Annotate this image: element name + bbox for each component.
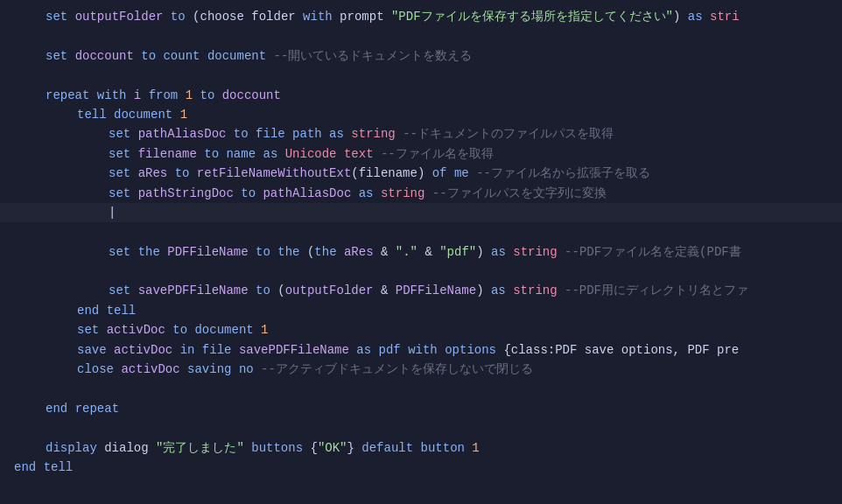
token: as (491, 284, 506, 298)
token: ( (186, 10, 200, 24)
token: --アクティブドキュメントを保存しないで閉じる (261, 362, 533, 376)
code-line: | (0, 203, 842, 222)
token: file (202, 343, 232, 357)
token: as (329, 127, 344, 141)
token (180, 362, 187, 376)
token (200, 49, 207, 63)
token: "PDFファイルを保存する場所を指定してください" (391, 10, 673, 24)
code-line: set aRes to retFileNameWithoutExt(filena… (0, 164, 842, 183)
line-content: end tell (14, 301, 828, 320)
token (67, 402, 74, 416)
token (214, 88, 221, 102)
line-content: set pathAliasDoc to file path as string … (14, 124, 828, 144)
token (249, 127, 256, 141)
code-line: set filename to name as Unicode text --フ… (0, 144, 842, 164)
token (266, 49, 273, 63)
token: set (46, 10, 67, 24)
token: outputFolder (75, 10, 164, 24)
code-editor: set outputFolder to (choose folder with … (0, 0, 842, 504)
token: set (46, 49, 67, 63)
token: to (256, 245, 270, 259)
token: doccount (222, 88, 281, 102)
token: end (46, 402, 67, 416)
line-content (14, 66, 828, 85)
code-line: repeat with i from 1 to doccount (0, 86, 842, 105)
token: to (175, 166, 190, 180)
token (296, 10, 303, 24)
line-content: set activDoc to document 1 (14, 320, 828, 340)
token: to (141, 49, 156, 63)
token (558, 284, 565, 298)
token (234, 186, 241, 200)
token (506, 284, 513, 298)
token: --ファイル名から拡張子を取る (476, 166, 650, 180)
token (249, 245, 256, 259)
token: "." (396, 245, 417, 259)
line-content (14, 418, 828, 438)
token (254, 323, 261, 337)
token: document (207, 49, 266, 63)
token: set (109, 284, 130, 298)
token: doccount (75, 49, 134, 63)
token (97, 441, 104, 455)
token: to (172, 323, 187, 337)
token: aRes (344, 245, 374, 259)
token: retFileNameWithoutExt (197, 166, 351, 180)
line-content (14, 379, 828, 398)
token: & (417, 245, 439, 259)
token: end (77, 304, 99, 318)
token: string (381, 186, 425, 200)
token: name (226, 147, 256, 161)
token: string (513, 284, 557, 298)
token (149, 441, 156, 455)
token (134, 49, 141, 63)
token: PDFFileName (396, 284, 476, 298)
token: ( (300, 245, 315, 259)
token: file (256, 127, 285, 141)
token (558, 245, 565, 259)
line-content: set doccount to count document --開いているドキ… (14, 46, 828, 66)
token: button (421, 441, 465, 455)
token: no (239, 362, 254, 376)
line-content: tell document 1 (14, 105, 828, 124)
line-content: set the PDFFileName to the (the aRes & "… (14, 242, 828, 262)
line-content: set savePDFFileName to (outputFolder & P… (14, 281, 828, 300)
code-line: set activDoc to document 1 (0, 320, 842, 340)
token (178, 88, 185, 102)
token: to (204, 147, 219, 161)
token: with (303, 10, 333, 24)
token: options (445, 343, 496, 357)
token (194, 343, 201, 357)
line-content: end tell (14, 458, 828, 477)
token: as (491, 245, 506, 259)
line-content: set pathStringDoc to pathAliasDoc as str… (14, 184, 828, 203)
token: set (77, 323, 99, 337)
token: choose folder (200, 10, 295, 24)
token: filename (138, 147, 197, 161)
token (107, 108, 114, 122)
line-content: set filename to name as Unicode text --フ… (14, 144, 828, 164)
token: --ファイルパスを文字列に変換 (432, 186, 607, 200)
token: as (688, 10, 703, 24)
token (67, 49, 74, 63)
token: path (292, 127, 322, 141)
token: as (359, 186, 374, 200)
token: ) (476, 284, 491, 298)
token: prompt (333, 10, 391, 24)
token (163, 10, 170, 24)
code-line: end tell (0, 301, 842, 320)
line-content (14, 222, 828, 242)
token: as (263, 147, 277, 161)
token: set (109, 127, 130, 141)
code-line (0, 26, 842, 46)
token: buttons (251, 441, 303, 455)
code-line: end repeat (0, 399, 842, 418)
code-line: display dialog "完了しました" buttons {"OK"} d… (0, 438, 842, 458)
token (425, 186, 432, 200)
code-line: save activDoc in file savePDFFileName as… (0, 340, 842, 360)
token: set (109, 186, 130, 200)
token: tell (77, 108, 107, 122)
token: savePDFFileName (239, 343, 349, 357)
token (285, 127, 292, 141)
token: Unicode (285, 147, 337, 161)
